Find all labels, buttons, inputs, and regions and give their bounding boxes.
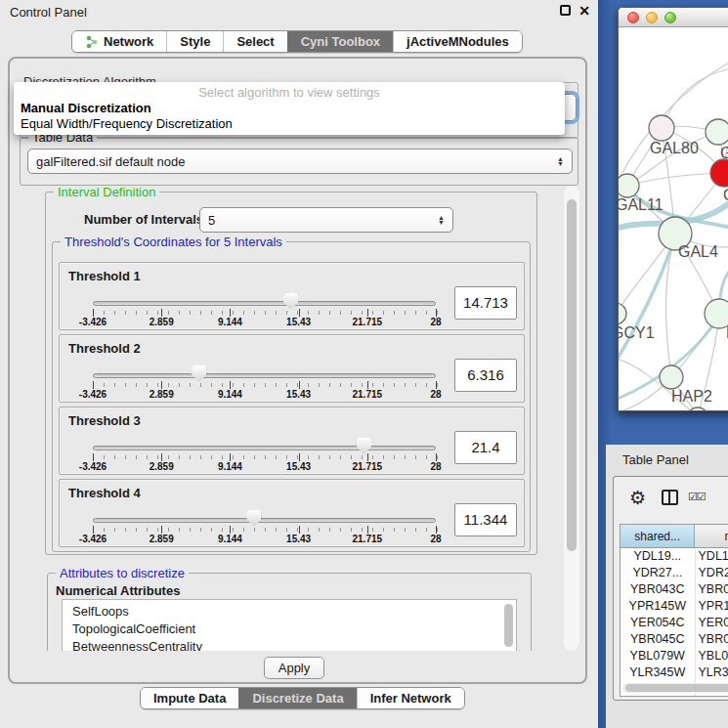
network-node[interactable] [619, 303, 626, 324]
list-scrollbar-thumb[interactable] [504, 604, 513, 647]
number-of-intervals-value: 5 [208, 213, 215, 228]
float-window-icon[interactable] [560, 5, 571, 16]
tab-discretize-data-label: Discretize Data [252, 691, 343, 706]
tick-label: 2.859 [150, 461, 174, 472]
zoom-traffic-light-icon[interactable] [664, 12, 676, 23]
list-item[interactable]: BetweennessCentrality [72, 638, 516, 651]
threshold-1-slider-track[interactable] [93, 301, 436, 306]
threshold-2-panel: Threshold 2 -3.4262.8599.14415.4321.7152… [59, 334, 525, 403]
apply-button[interactable]: Apply [264, 657, 324, 679]
control-panel-titlebar: Control Panel ✕ [0, 0, 598, 23]
tick-label: 15.43 [286, 389, 311, 400]
column-checkboxes-icon[interactable]: ☑☑ [688, 491, 706, 503]
number-of-intervals-combobox[interactable]: 5 ▲▼ [199, 207, 453, 233]
network-node[interactable] [649, 115, 674, 141]
network-node-label: GA [720, 145, 728, 162]
close-icon[interactable]: ✕ [578, 3, 590, 19]
screen: Control Panel ✕ Network Style Select Cyn… [0, 0, 728, 728]
network-node[interactable] [660, 365, 683, 389]
tab-select[interactable]: Select [223, 31, 286, 52]
tick-label: 28 [430, 461, 441, 472]
threshold-4-slider-thumb[interactable] [246, 510, 261, 527]
attributes-to-discretize-group: Attributes to discretize Numerical Attri… [47, 573, 532, 651]
tab-infer-network[interactable]: Infer Network [357, 688, 464, 708]
threshold-1-value-field[interactable]: 14.713 [454, 286, 517, 320]
close-traffic-light-icon[interactable] [627, 12, 639, 23]
threshold-2-slider-track[interactable] [93, 373, 436, 378]
table-row[interactable]: YLR345WYLR3 [621, 664, 728, 681]
tab-style-label: Style [180, 34, 210, 49]
table-row[interactable]: YBR043CYBR0 [621, 581, 728, 598]
column-header-shared-name[interactable]: shared... [621, 525, 695, 548]
network-node[interactable] [710, 159, 728, 187]
algorithm-prompt-item: Select algorithm to view settings [14, 85, 565, 100]
tab-network[interactable]: Network [72, 31, 166, 52]
threshold-2-value-field[interactable]: 6.316 [454, 359, 517, 392]
tab-select-label: Select [236, 34, 274, 49]
network-node[interactable] [705, 299, 728, 328]
table-row[interactable]: YPR145WYPR1 [621, 598, 728, 615]
table-row[interactable]: YDL19...YDL1 [621, 548, 728, 565]
tick-label: 28 [430, 317, 441, 327]
network-canvas[interactable]: GAL80GACGAL11GAL4GCY1HHAP2 [619, 27, 728, 411]
numerical-attributes-label: Numerical Attributes [56, 583, 180, 598]
scrollbar-thumb[interactable] [625, 684, 728, 692]
threshold-3-slider-thumb[interactable] [357, 438, 371, 454]
table-row[interactable]: YBL079WYBL0 [621, 648, 728, 664]
cell: YER054C [621, 615, 696, 631]
cell: YBR043C [621, 581, 696, 598]
network-node[interactable] [619, 174, 639, 197]
tab-style[interactable]: Style [166, 31, 223, 52]
threshold-1-panel: Threshold 1 -3.4262.8599.14415.4321.7152… [59, 262, 525, 330]
algorithm-dropdown-popup: Select algorithm to view settings Manual… [14, 82, 565, 135]
top-tab-bar: Network Style Select Cyni Toolbox jActiv… [71, 30, 523, 53]
tick-label: 21.715 [353, 461, 383, 472]
tick-label: 9.144 [218, 534, 242, 544]
threshold-4-value-field[interactable]: 11.344 [454, 503, 517, 536]
list-item[interactable]: TopologicalCoefficient [72, 621, 516, 638]
tab-cyni-toolbox[interactable]: Cyni Toolbox [287, 31, 393, 52]
threshold-2-label: Threshold 2 [68, 341, 141, 356]
cell: YBR0 [696, 631, 728, 648]
tab-impute-data[interactable]: Impute Data [141, 688, 238, 708]
table-row[interactable]: YER054CYER0 [621, 615, 728, 631]
threshold-2-slider-thumb[interactable] [192, 365, 206, 382]
table-row[interactable]: YBR045CYBR0 [621, 631, 728, 648]
slider-minor-ticks [93, 455, 438, 459]
tick-label: 21.715 [353, 534, 383, 544]
network-edge[interactable] [627, 173, 724, 186]
threshold-4-slider-track[interactable] [93, 518, 436, 523]
minimize-traffic-light-icon[interactable] [646, 12, 658, 23]
network-edge[interactable] [619, 236, 675, 369]
settings-vertical-scrollbar[interactable] [564, 186, 579, 651]
algorithm-item-equal-width-frequency[interactable]: Equal Width/Frequency Discretization [21, 116, 233, 131]
table-horizontal-scrollbar[interactable] [622, 683, 728, 693]
table-panel: Table Panel ⚙ ☑☑ shared... n YDL19...YDL… [606, 445, 728, 728]
tick-label: 2.859 [150, 534, 174, 544]
list-item[interactable]: SelfLoops [72, 603, 516, 621]
table-row[interactable]: YDR27...YDR2 [621, 565, 728, 581]
threshold-3-value-field[interactable]: 21.4 [454, 431, 517, 464]
scrollbar-thumb[interactable] [567, 199, 577, 551]
cell: YDL1 [696, 548, 728, 565]
slider-minor-ticks [93, 383, 438, 387]
network-node[interactable] [706, 119, 728, 145]
tick-label: -3.426 [79, 389, 107, 400]
threshold-3-slider-track[interactable] [93, 446, 436, 450]
threshold-1-slider-thumb[interactable] [283, 293, 298, 310]
algorithm-item-manual-discretization[interactable]: Manual Discretization [21, 101, 151, 115]
column-header-name[interactable]: n [695, 525, 728, 548]
settings-gear-icon[interactable]: ⚙ [629, 487, 646, 509]
table-data-combobox[interactable]: galFiltered.sif default node ▲▼ [27, 149, 573, 174]
cell: YBL079W [621, 648, 696, 664]
tick-label: 15.43 [286, 461, 311, 472]
slider-minor-ticks [93, 311, 438, 315]
split-columns-icon[interactable] [662, 490, 678, 505]
tab-jactivemnodules[interactable]: jActiveMNodules [393, 31, 522, 52]
table-panel-window: ⚙ ☑☑ shared... n YDL19...YDL1 YDR27...YD… [613, 476, 728, 701]
network-node-label: C [723, 187, 728, 204]
spinner-arrows-icon: ▲▼ [438, 215, 445, 225]
cell: YDR2 [696, 565, 728, 581]
slider-minor-ticks [93, 528, 438, 532]
tab-discretize-data[interactable]: Discretize Data [238, 688, 356, 708]
